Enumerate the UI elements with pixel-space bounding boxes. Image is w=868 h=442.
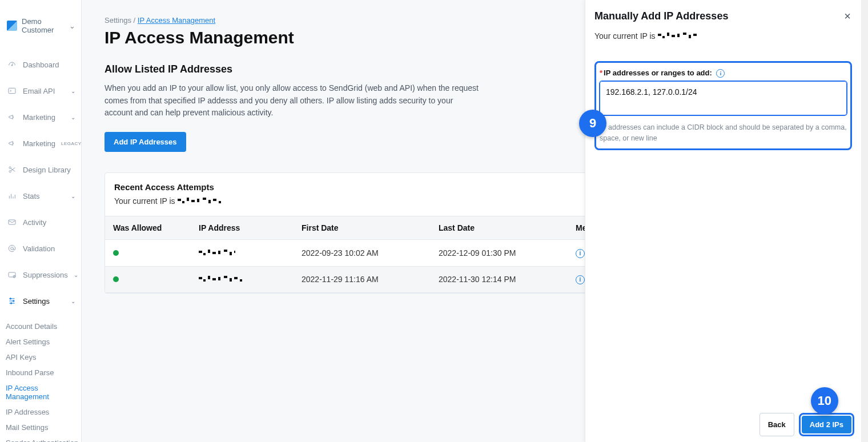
ip-addresses-input[interactable] (600, 81, 847, 115)
megaphone-icon (7, 112, 17, 122)
redacted-ip-icon (199, 250, 235, 258)
chevron-down-icon: ⌄ (71, 193, 75, 199)
sidebar-item-label: Stats (23, 192, 40, 200)
scissors-icon (7, 164, 17, 175)
panel-current-ip: Your current IP is (594, 31, 852, 41)
allow-list-description: When you add an IP to your allow list, y… (105, 82, 481, 119)
status-dot-icon (113, 276, 119, 282)
sidebar-item-validation[interactable]: Validation (0, 235, 81, 262)
sub-link-account-details[interactable]: Account Details (6, 319, 81, 334)
sidebar-item-label: Dashboard (23, 61, 59, 69)
col-was-allowed: Was Allowed (105, 216, 191, 240)
cell-first-date: 2022-11-29 11:16 AM (294, 266, 431, 292)
sub-link-ip-access-management[interactable]: IP Access Management (6, 380, 81, 404)
org-switcher[interactable]: Demo Customer ⌄ (0, 0, 81, 51)
sidebar-item-email-api[interactable]: Email API ⌄ (0, 78, 81, 104)
cell-last-date: 2022-12-09 01:30 PM (431, 240, 568, 266)
close-icon[interactable]: × (843, 10, 852, 22)
mail-block-icon (7, 270, 17, 280)
sidebar-item-label: Marketing (23, 139, 55, 148)
cell-first-date: 2022-09-23 10:02 AM (294, 240, 431, 266)
panel-title: Manually Add IP Addresses (594, 10, 728, 22)
svg-point-3 (9, 171, 11, 172)
callout-bubble-10: 10 (811, 387, 838, 415)
redacted-ip-icon (199, 276, 242, 284)
col-ip-address: IP Address (191, 216, 294, 240)
terminal-icon (7, 86, 17, 96)
svg-rect-4 (9, 220, 15, 224)
chevron-down-icon: ⌄ (71, 114, 75, 120)
mail-activity-icon (7, 217, 17, 227)
sidebar-item-suppressions[interactable]: Suppressions ⌄ (0, 262, 81, 288)
sub-link-api-keys[interactable]: API Keys (6, 349, 81, 365)
col-last-date: Last Date (431, 216, 568, 240)
svg-point-10 (10, 303, 11, 304)
chevron-down-icon: ⌄ (71, 298, 75, 304)
sidebar-item-label: Activity (23, 218, 46, 227)
breadcrumb-root: Settings (105, 16, 131, 25)
sidebar-item-stats[interactable]: Stats ⌄ (0, 183, 81, 209)
sidebar-item-marketing-legacy[interactable]: Marketing LEGACY ⌄ (0, 130, 81, 156)
org-name: Demo Customer (22, 17, 65, 34)
submit-callout-wrap: 10 Add 2 IPs (799, 413, 854, 436)
redacted-ip-icon (658, 33, 699, 41)
ip-input-label: *IP addresses or ranges to add: i (600, 69, 847, 78)
sidebar-item-dashboard[interactable]: Dashboard (0, 51, 81, 78)
sidebar-item-label: Suppressions (23, 271, 68, 279)
svg-point-2 (9, 167, 11, 168)
sidebar-item-label: Design Library (23, 166, 71, 174)
add-ip-addresses-button[interactable]: Add IP Addresses (105, 132, 186, 152)
sidebar-item-settings[interactable]: Settings ⌄ (0, 288, 81, 314)
megaphone-icon (7, 138, 17, 148)
status-dot-icon (113, 250, 119, 256)
svg-point-8 (10, 298, 11, 299)
org-logo-icon (7, 21, 17, 31)
sidebar-item-activity[interactable]: Activity (0, 209, 81, 235)
back-button[interactable]: Back (760, 413, 794, 436)
callout-bubble-9: 9 (579, 110, 606, 137)
info-icon[interactable]: i (576, 275, 585, 284)
sub-link-inbound-parse[interactable]: Inbound Parse (6, 365, 81, 380)
svg-point-5 (11, 247, 14, 250)
at-sign-icon (7, 243, 17, 254)
chevron-down-icon: ⌄ (69, 22, 75, 30)
sidebar: Demo Customer ⌄ Dashboard Email API ⌄ Ma… (0, 0, 82, 442)
sub-link-alert-settings[interactable]: Alert Settings (6, 334, 81, 349)
redacted-ip-icon (178, 198, 223, 206)
info-icon[interactable]: i (716, 69, 725, 78)
sidebar-item-label: Validation (23, 244, 55, 253)
sidebar-item-label: Settings (23, 297, 50, 306)
sidebar-item-label: Email API (23, 87, 55, 95)
add-ips-submit-button[interactable]: Add 2 IPs (802, 416, 851, 433)
gauge-icon (7, 59, 17, 70)
sub-link-sender-authentication[interactable]: Sender Authentication (6, 435, 81, 442)
legacy-badge: LEGACY (61, 141, 81, 146)
required-asterisk-icon: * (600, 69, 602, 77)
svg-rect-1 (9, 88, 15, 93)
chevron-down-icon: ⌄ (71, 88, 75, 94)
sub-link-ip-addresses[interactable]: IP Addresses (6, 404, 81, 420)
sidebar-item-marketing[interactable]: Marketing ⌄ (0, 104, 81, 130)
sliders-icon (7, 296, 17, 306)
cell-last-date: 2022-11-30 12:14 PM (431, 266, 568, 292)
ip-input-field-group: 9 *IP addresses or ranges to add: i IP a… (594, 61, 852, 150)
settings-submenu: Account Details Alert Settings API Keys … (0, 314, 81, 442)
sub-link-mail-settings[interactable]: Mail Settings (6, 420, 81, 435)
chevron-down-icon: ⌄ (74, 272, 78, 278)
col-first-date: First Date (294, 216, 431, 240)
svg-point-9 (13, 300, 14, 302)
breadcrumb-current-link[interactable]: IP Access Management (138, 16, 215, 25)
sidebar-item-design-library[interactable]: Design Library (0, 156, 81, 183)
sidebar-item-label: Marketing (23, 113, 55, 122)
add-ip-panel: Manually Add IP Addresses × Your current… (585, 0, 861, 442)
info-icon[interactable]: i (576, 249, 585, 258)
ip-input-hint: IP addresses can include a CIDR block an… (600, 122, 847, 144)
bar-chart-icon (7, 191, 17, 201)
